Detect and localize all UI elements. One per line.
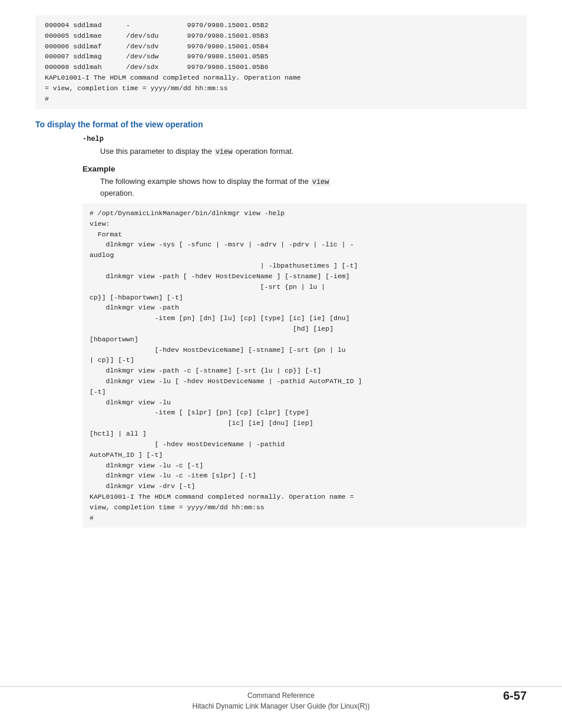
section-heading: To display the format of the view operat… (35, 120, 527, 129)
footer-center-label: Command Reference (247, 691, 315, 700)
example-desc-before: The following example shows how to displ… (100, 177, 311, 186)
example-desc-after-text: operation. (100, 189, 134, 197)
code-example-block: # /opt/DynamicLinkManager/bin/dlnkmgr vi… (82, 203, 527, 528)
footer-top: Command Reference 6-57 (0, 691, 562, 700)
param-desc-before: Use this parameter to display the (100, 147, 214, 156)
param-description: Use this parameter to display the view o… (100, 146, 527, 157)
example-desc-code: view (311, 178, 330, 186)
footer-page-number: 6-57 (503, 689, 527, 703)
top-code-block: 000004 sddlmad - 9970/9980.15001.05B2 00… (35, 15, 527, 109)
example-description: The following example shows how to displ… (100, 176, 527, 199)
page-content: 000004 sddlmad - 9970/9980.15001.05B2 00… (0, 0, 562, 579)
param-desc-code: view (214, 148, 234, 156)
param-desc-after: operation format. (233, 147, 293, 156)
footer-subtitle: Hitachi Dynamic Link Manager User Guide … (0, 702, 562, 710)
example-label: Example (82, 164, 527, 173)
page-footer: Command Reference 6-57 Hitachi Dynamic L… (0, 686, 562, 710)
param-label: -help (82, 135, 527, 143)
